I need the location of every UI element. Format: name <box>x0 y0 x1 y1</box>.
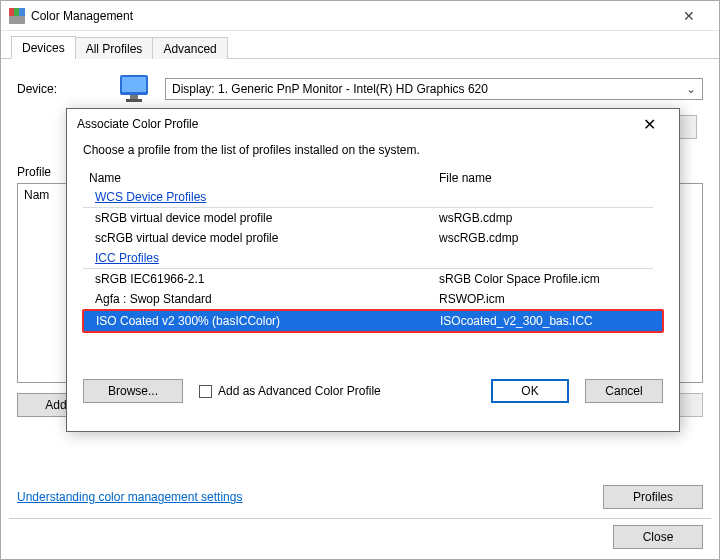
dialog-titlebar: Associate Color Profile ✕ <box>67 109 679 139</box>
close-icon: ✕ <box>643 115 656 134</box>
profile-row[interactable]: scRGB virtual device model profile wscRG… <box>83 228 663 248</box>
svg-rect-2 <box>19 8 25 16</box>
svg-rect-0 <box>9 8 14 16</box>
profile-filename: wsRGB.cdmp <box>439 211 657 225</box>
profile-name: Agfa : Swop Standard <box>89 292 439 306</box>
tab-devices[interactable]: Devices <box>11 36 76 59</box>
tab-all-profiles[interactable]: All Profiles <box>75 37 154 59</box>
cancel-button[interactable]: Cancel <box>585 379 663 403</box>
profile-name: sRGB IEC61966-2.1 <box>89 272 439 286</box>
dialog-button-row: Browse... Add as Advanced Color Profile … <box>83 379 663 403</box>
close-button[interactable]: Close <box>613 525 703 549</box>
ok-button[interactable]: OK <box>491 379 569 403</box>
svg-rect-5 <box>122 77 146 92</box>
profile-row[interactable]: sRGB IEC61966-2.1 sRGB Color Space Profi… <box>83 269 663 289</box>
profile-name: sRGB virtual device model profile <box>89 211 439 225</box>
device-dropdown-value: Display: 1. Generic PnP Monitor - Intel(… <box>172 82 488 96</box>
tabstrip: Devices All Profiles Advanced <box>1 35 719 59</box>
profile-name: ISO Coated v2 300% (basICColor) <box>90 314 440 328</box>
window-close-button[interactable]: ✕ <box>667 2 711 30</box>
profile-row[interactable]: sRGB virtual device model profile wsRGB.… <box>83 208 663 228</box>
browse-button[interactable]: Browse... <box>83 379 183 403</box>
svg-rect-1 <box>14 8 19 16</box>
app-icon <box>9 8 25 24</box>
column-filename: File name <box>439 171 657 185</box>
profile-list-header[interactable]: Name File name <box>83 167 663 187</box>
footer-row: Understanding color management settings … <box>17 485 703 509</box>
device-dropdown[interactable]: Display: 1. Generic PnP Monitor - Intel(… <box>165 78 703 100</box>
advanced-profile-checkbox[interactable]: Add as Advanced Color Profile <box>199 384 381 398</box>
bg-list-header: Nam <box>24 188 49 202</box>
device-row: Device: Display: 1. Generic PnP Monitor … <box>17 73 703 105</box>
svg-rect-3 <box>9 16 25 24</box>
profile-row-selected[interactable]: ISO Coated v2 300% (basICColor) ISOcoate… <box>84 311 662 331</box>
group-wcs-profiles[interactable]: WCS Device Profiles <box>83 187 653 208</box>
profile-filename: wscRGB.cdmp <box>439 231 657 245</box>
chevron-down-icon: ⌄ <box>686 82 696 96</box>
profile-row[interactable]: Agfa : Swop Standard RSWOP.icm <box>83 289 663 309</box>
svg-rect-6 <box>130 95 138 99</box>
associate-color-profile-dialog: Associate Color Profile ✕ Choose a profi… <box>66 108 680 432</box>
footer-divider <box>9 518 711 519</box>
dialog-close-button[interactable]: ✕ <box>629 111 669 137</box>
dialog-title: Associate Color Profile <box>77 117 629 131</box>
group-icc-profiles[interactable]: ICC Profiles <box>83 248 653 269</box>
profile-filename: RSWOP.icm <box>439 292 657 306</box>
checkbox-label: Add as Advanced Color Profile <box>218 384 381 398</box>
device-label: Device: <box>17 82 117 96</box>
column-name: Name <box>89 171 439 185</box>
window-title: Color Management <box>31 9 667 23</box>
profile-filename: sRGB Color Space Profile.icm <box>439 272 657 286</box>
close-icon: ✕ <box>683 8 695 24</box>
svg-rect-7 <box>126 99 142 102</box>
dialog-instruction: Choose a profile from the list of profil… <box>83 143 663 157</box>
profile-list: Name File name WCS Device Profiles sRGB … <box>83 167 663 333</box>
help-link[interactable]: Understanding color management settings <box>17 490 242 504</box>
profiles-button[interactable]: Profiles <box>603 485 703 509</box>
titlebar: Color Management ✕ <box>1 1 719 31</box>
profile-filename: ISOcoated_v2_300_bas.ICC <box>440 314 656 328</box>
tab-advanced[interactable]: Advanced <box>152 37 227 59</box>
checkbox-box <box>199 385 212 398</box>
dialog-content: Choose a profile from the list of profil… <box>67 139 679 415</box>
profile-name: scRGB virtual device model profile <box>89 231 439 245</box>
monitor-icon <box>117 73 157 105</box>
selection-highlight-marker: ISO Coated v2 300% (basICColor) ISOcoate… <box>82 309 664 333</box>
